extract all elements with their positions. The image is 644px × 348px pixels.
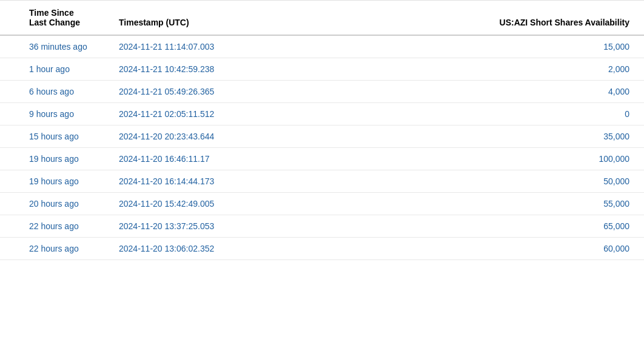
table-row: 19 hours ago2024-11-20 16:14:44.17350,00…	[0, 170, 644, 193]
table-row: 22 hours ago2024-11-20 13:06:02.35260,00…	[0, 238, 644, 260]
cell-timestamp: 2024-11-21 02:05:11.512	[109, 103, 279, 125]
data-table: Time Since Last Change Timestamp (UTC) U…	[0, 1, 644, 260]
cell-time: 36 minutes ago	[0, 35, 109, 58]
cell-availability: 65,000	[279, 215, 644, 238]
cell-availability: 15,000	[279, 35, 644, 58]
cell-timestamp: 2024-11-20 13:06:02.352	[109, 238, 279, 260]
table-row: 36 minutes ago2024-11-21 11:14:07.00315,…	[0, 35, 644, 58]
cell-timestamp: 2024-11-20 15:42:49.005	[109, 193, 279, 215]
cell-availability: 60,000	[279, 238, 644, 260]
cell-time: 19 hours ago	[0, 170, 109, 193]
cell-availability: 2,000	[279, 58, 644, 81]
cell-time: 6 hours ago	[0, 81, 109, 103]
cell-time: 22 hours ago	[0, 238, 109, 260]
table-row: 19 hours ago2024-11-20 16:46:11.17100,00…	[0, 148, 644, 170]
cell-timestamp: 2024-11-20 20:23:43.644	[109, 125, 279, 148]
cell-timestamp: 2024-11-21 10:42:59.238	[109, 58, 279, 81]
cell-timestamp: 2024-11-20 13:37:25.053	[109, 215, 279, 238]
cell-timestamp: 2024-11-20 16:46:11.17	[109, 148, 279, 170]
table-row: 1 hour ago2024-11-21 10:42:59.2382,000	[0, 58, 644, 81]
table-row: 15 hours ago2024-11-20 20:23:43.64435,00…	[0, 125, 644, 148]
column-header-availability[interactable]: US:AZI Short Shares Availability	[279, 1, 644, 35]
cell-time: 1 hour ago	[0, 58, 109, 81]
cell-availability: 50,000	[279, 170, 644, 193]
table-row: 6 hours ago2024-11-21 05:49:26.3654,000	[0, 81, 644, 103]
cell-availability: 0	[279, 103, 644, 125]
column-header-timestamp[interactable]: Timestamp (UTC)	[109, 1, 279, 35]
cell-time: 15 hours ago	[0, 125, 109, 148]
column-header-time[interactable]: Time Since Last Change	[0, 1, 109, 35]
table-header-row: Time Since Last Change Timestamp (UTC) U…	[0, 1, 644, 35]
table-row: 20 hours ago2024-11-20 15:42:49.00555,00…	[0, 193, 644, 215]
cell-availability: 4,000	[279, 81, 644, 103]
cell-timestamp: 2024-11-21 11:14:07.003	[109, 35, 279, 58]
cell-time: 19 hours ago	[0, 148, 109, 170]
cell-time: 9 hours ago	[0, 103, 109, 125]
cell-availability: 55,000	[279, 193, 644, 215]
table-body: 36 minutes ago2024-11-21 11:14:07.00315,…	[0, 35, 644, 260]
cell-availability: 100,000	[279, 148, 644, 170]
cell-timestamp: 2024-11-20 16:14:44.173	[109, 170, 279, 193]
cell-availability: 35,000	[279, 125, 644, 148]
cell-timestamp: 2024-11-21 05:49:26.365	[109, 81, 279, 103]
table-row: 22 hours ago2024-11-20 13:37:25.05365,00…	[0, 215, 644, 238]
main-table-container: Time Since Last Change Timestamp (UTC) U…	[0, 0, 644, 260]
cell-time: 22 hours ago	[0, 215, 109, 238]
cell-time: 20 hours ago	[0, 193, 109, 215]
table-row: 9 hours ago2024-11-21 02:05:11.5120	[0, 103, 644, 125]
